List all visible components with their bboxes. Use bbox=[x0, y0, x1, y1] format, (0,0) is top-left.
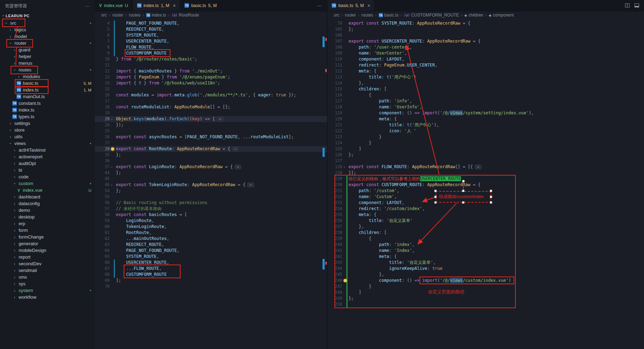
code-line-124[interactable]: 124 } bbox=[327, 140, 644, 146]
code-line-9[interactable]: 9 CUSTOMFORM_ROUTE bbox=[95, 50, 327, 56]
code-line-35[interactable]: 35}; bbox=[95, 152, 327, 158]
code-line-63[interactable]: 63 REDIRECT_ROUTE, bbox=[95, 242, 327, 248]
tree-item-code[interactable]: ›code bbox=[0, 173, 95, 180]
folded-region-ellipsis[interactable]: ⋯ bbox=[217, 117, 223, 121]
code-line-234[interactable]: 234 redirect: '/custom/index', bbox=[327, 206, 644, 212]
selection-handle[interactable] bbox=[490, 201, 492, 204]
selection-handle[interactable] bbox=[462, 201, 464, 204]
fold-chevron-icon[interactable]: › bbox=[342, 164, 346, 170]
tree-item-router[interactable]: ›router● bbox=[0, 40, 95, 46]
code-line-121[interactable]: 121 title: t('用户中心'), bbox=[327, 122, 644, 128]
tree-item-dataconfig[interactable]: ›dataconfig bbox=[0, 200, 95, 207]
tree-item-sys[interactable]: ›sys bbox=[0, 280, 95, 287]
customize-layout-icon[interactable] bbox=[635, 4, 639, 7]
fold-chevron-icon[interactable]: › bbox=[110, 182, 114, 188]
breadcrumb-item[interactable]: TSbasic.ts bbox=[379, 13, 399, 18]
code-line-7[interactable]: 7 USERCENTER_ROUTE, bbox=[95, 38, 327, 44]
code-line-8[interactable]: 8 FLOW_ROUTE, bbox=[95, 44, 327, 50]
code-line-65[interactable]: 65 SYSTEM_ROUTE, bbox=[95, 254, 327, 260]
breadcrumb-item[interactable]: routes bbox=[362, 13, 373, 18]
selection-handle[interactable] bbox=[434, 196, 437, 198]
tree-item-logics[interactable]: ›logics bbox=[0, 26, 95, 33]
folded-region-ellipsis[interactable]: ⋯ bbox=[235, 165, 241, 169]
code-line-110[interactable]: 110 component: LAYOUT, bbox=[327, 56, 644, 62]
selection-handle[interactable] bbox=[434, 190, 437, 192]
workspace-root[interactable]: › LEARUN PC bbox=[0, 12, 95, 20]
code-line-67[interactable]: 67 ...FLOW_ROUTE, bbox=[95, 266, 327, 272]
tree-item-demo[interactable]: ›demo bbox=[0, 207, 95, 214]
code-line-109[interactable]: 109 name: 'UserCenter', bbox=[327, 50, 644, 56]
code-line-233[interactable]: 233 component: LAYOUT, bbox=[327, 200, 644, 206]
code-line-70[interactable]: 70 bbox=[95, 284, 327, 290]
code-line-18[interactable]: 18const routeModuleList: AppRouteModule[… bbox=[95, 104, 327, 110]
code-line-235[interactable]: 235 meta: { bbox=[327, 212, 644, 218]
overview-ruler-right[interactable] bbox=[639, 20, 644, 349]
code-line-246[interactable]: 246 component: () => import('/@/views/cu… bbox=[327, 278, 644, 284]
code-line-237[interactable]: 237 }, bbox=[327, 224, 644, 230]
code-line-111[interactable]: 111 redirect: PageEnum.USER_CENTER, bbox=[327, 62, 644, 68]
tree-item-sms[interactable]: ›sms bbox=[0, 274, 95, 280]
code-line-119[interactable]: 119 component: () => import('/@/views/sy… bbox=[327, 110, 644, 116]
tree-item-store[interactable]: ›store bbox=[0, 127, 95, 133]
code-line-14[interactable]: 14import { t } from '/@/hooks/web/useI18… bbox=[95, 80, 327, 86]
tree-item-auditOpt[interactable]: ›auditOpt bbox=[0, 160, 95, 167]
code-line-236[interactable]: 236 title: '自定义菜单' bbox=[327, 218, 644, 224]
code-line-25[interactable]: 25 bbox=[95, 128, 327, 134]
code-line-6[interactable]: 6 SYSTEM_ROUTE, bbox=[95, 32, 327, 38]
selection-handle[interactable] bbox=[462, 190, 464, 192]
code-line-240[interactable]: 240 path: 'index', bbox=[327, 242, 644, 248]
code-line-230[interactable]: 230export const CUSTOMFORM_ROUTE: AppRou… bbox=[327, 182, 644, 188]
code-line-123[interactable]: 123 } bbox=[327, 134, 644, 140]
folded-region-ellipsis[interactable]: ⋯ bbox=[232, 147, 239, 151]
code-line-56[interactable]: 56// Basic routing without permissions bbox=[95, 200, 327, 206]
code-line-24[interactable]: 24}); bbox=[95, 122, 327, 128]
code-line-44[interactable]: 44}; bbox=[95, 170, 327, 176]
breadcrumb-item[interactable]: ◈component bbox=[489, 13, 514, 18]
code-line-69[interactable]: 69]; bbox=[95, 278, 327, 284]
overview-ruler-middle[interactable] bbox=[322, 20, 327, 349]
code-line-242[interactable]: 242 meta: { bbox=[327, 254, 644, 260]
code-line-117[interactable]: 117 path: 'info', bbox=[327, 98, 644, 104]
code-line-107[interactable]: 107export const USERCENTER_ROUTE: AppRou… bbox=[327, 38, 644, 44]
tree-item-constant.ts[interactable]: TSconstant.ts bbox=[0, 100, 95, 107]
code-line-232[interactable]: 232 name: 'Custom', bbox=[327, 194, 644, 200]
code-line-13[interactable]: 13import { PageEnum } from '/@/enums/pag… bbox=[95, 74, 327, 80]
tab-index.ts[interactable]: TSindex.ts1, M× bbox=[133, 0, 181, 11]
code-line-105[interactable]: 105}; bbox=[327, 26, 644, 32]
code-line-45[interactable]: 45 bbox=[95, 176, 327, 182]
code-line-113[interactable]: 113 title: t('用户中心') bbox=[327, 74, 644, 80]
code-line-116[interactable]: 116 { bbox=[327, 92, 644, 98]
lightbulb-icon[interactable] bbox=[344, 279, 347, 282]
code-line-12[interactable]: 12import { mainOutRoutes } from './mainO… bbox=[95, 68, 327, 74]
code-line-128[interactable]: 128›export const FLOW_ROUTE: AppRouteRec… bbox=[327, 164, 644, 170]
code-line-243[interactable]: 243 title: '自定义菜单', bbox=[327, 260, 644, 266]
tree-item-mobileDesign[interactable]: ›mobileDesign bbox=[0, 247, 95, 254]
tree-item-index.vue[interactable]: Vindex.vueU bbox=[0, 187, 95, 193]
code-line-55[interactable]: 55 bbox=[95, 194, 327, 200]
code-line-238[interactable]: 238 children: [ bbox=[327, 230, 644, 236]
code-line-127[interactable]: 127 bbox=[327, 158, 644, 164]
code-line-229[interactable]: 229自己定义的路由，格式可以参考上面的USERCENTER_ROUTE bbox=[327, 176, 644, 182]
tree-item-secondDev[interactable]: ›secondDev bbox=[0, 260, 95, 267]
code-line-59[interactable]: 59 LoginRoute, bbox=[95, 218, 327, 224]
breadcrumb-item[interactable]: [@]RootRoute bbox=[172, 13, 199, 18]
code-line-250[interactable]: 250 bbox=[327, 302, 644, 307]
tree-item-dashboard[interactable]: ›dashboard bbox=[0, 193, 95, 200]
tree-item-erp[interactable]: ›erp bbox=[0, 220, 95, 227]
tree-item-model[interactable]: ›model bbox=[0, 33, 95, 40]
tree-item-generator[interactable]: ›generator bbox=[0, 240, 95, 247]
tree-item-report[interactable]: ›report bbox=[0, 254, 95, 260]
tree-item-index.ts[interactable]: TSindex.ts1, M bbox=[0, 87, 95, 93]
code-line-122[interactable]: 122 icon: '人 ' bbox=[327, 128, 644, 134]
code-line-61[interactable]: 61 RootRoute, bbox=[95, 230, 327, 236]
tree-item-src[interactable]: ›src● bbox=[0, 20, 95, 26]
code-line-115[interactable]: 115 children: [ bbox=[327, 86, 644, 92]
code-line-106[interactable]: 106 bbox=[327, 32, 644, 38]
code-editor-right[interactable]: 76export const SYSTEM_ROUTE: AppRouteRec… bbox=[327, 20, 644, 349]
split-editor-icon[interactable] bbox=[625, 4, 630, 7]
close-icon[interactable]: × bbox=[173, 3, 176, 8]
breadcrumb-item[interactable]: ◈children bbox=[464, 13, 483, 18]
tree-item-actHiTaskinst[interactable]: ›actHiTaskinst bbox=[0, 147, 95, 153]
code-line-11[interactable]: 11 bbox=[95, 62, 327, 68]
tree-item-desktop[interactable]: ›desktop bbox=[0, 214, 95, 220]
